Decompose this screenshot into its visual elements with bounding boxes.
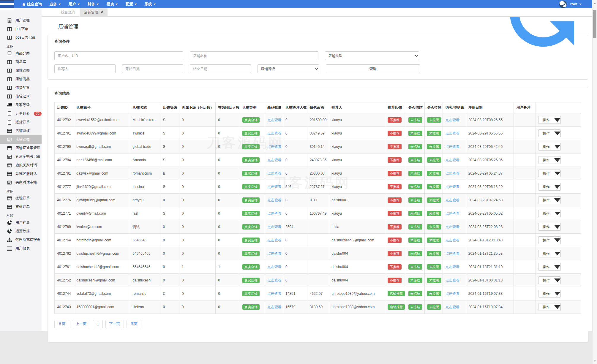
sidebar-item[interactable]: 订单列表70 [0,109,42,118]
visitors-view-link[interactable]: 点击查看 [445,305,459,309]
nav-item-7[interactable]: 系统 [141,0,160,8]
action-button[interactable]: 操作 [538,156,554,164]
sidebar-item[interactable]: 店铺审核 [0,126,42,135]
action-button[interactable]: 操作 [538,183,554,191]
action-dropdown-toggle[interactable] [554,303,561,311]
scroll-down-arrow[interactable]: ▼ [593,359,597,363]
scroll-up-arrow[interactable]: ▲ [593,1,597,5]
sidebar-item[interactable]: 系统客服对话 [0,170,42,178]
visitors-view-link[interactable]: 点击查看 [445,211,459,216]
end-date-input[interactable] [190,64,251,73]
goods-view-link[interactable]: 点击查看 [267,265,282,269]
close-icon[interactable]: ✕ [100,11,103,14]
nav-item-1[interactable]: 综合查询 [18,0,46,8]
action-dropdown-toggle[interactable] [554,210,561,217]
sidebar-toggle-button[interactable] [0,0,14,8]
goods-view-link[interactable]: 点击查看 [267,211,282,216]
sidebar-item[interactable]: 卖家等级 [0,101,42,109]
goods-view-link[interactable]: 点击查看 [267,292,282,296]
goods-view-link[interactable]: 点击查看 [267,305,282,309]
action-button[interactable]: 操作 [538,236,554,244]
sidebar-item[interactable]: 虚拟买家对话 [0,161,42,170]
action-button[interactable]: 操作 [538,143,554,151]
goods-view-link[interactable]: 点击查看 [267,225,282,229]
tab-active[interactable]: 店铺管理✕ [80,8,108,16]
visitors-view-link[interactable]: 点击查看 [445,185,459,189]
action-button[interactable]: 操作 [538,210,554,217]
action-dropdown-toggle[interactable] [554,116,561,124]
visitors-view-link[interactable]: 点击查看 [445,198,459,202]
scrollbar-thumb[interactable] [593,10,596,38]
sidebar-item[interactable]: 提现订单 [0,194,42,202]
action-button[interactable]: 操作 [538,303,554,311]
goods-view-link[interactable]: 点击查看 [267,118,282,122]
messages-button[interactable] [559,1,567,8]
action-dropdown-toggle[interactable] [554,170,561,177]
sidebar-item[interactable]: 用户管理 [0,16,42,25]
sidebar-item[interactable]: 借贷记录 [0,92,42,101]
page-button[interactable]: 首页 [54,320,69,328]
action-button[interactable]: 操作 [538,290,554,297]
visitors-view-link[interactable]: 点击查看 [445,238,459,242]
visitors-view-link[interactable]: 点击查看 [445,225,459,229]
visitors-view-link[interactable]: 点击查看 [445,251,459,256]
shop-type-select[interactable]: 店铺类型 [325,51,419,60]
page-button[interactable]: 尾页 [127,320,141,328]
action-dropdown-toggle[interactable] [554,263,561,271]
visitors-view-link[interactable]: 点击查看 [445,278,459,282]
sidebar-item[interactable]: 退货订单 [0,118,42,126]
sidebar-item[interactable]: pos下单 [0,25,42,33]
action-dropdown-toggle[interactable] [554,276,561,284]
page-button[interactable]: 上一页 [72,320,90,328]
visitors-view-link[interactable]: 点击查看 [445,145,459,149]
action-dropdown-toggle[interactable] [554,236,561,244]
nav-item-2[interactable]: 业务 [46,0,65,8]
start-date-input[interactable] [122,64,183,73]
action-dropdown-toggle[interactable] [554,290,561,297]
sidebar-item[interactable]: 代理商充提报表 [0,235,42,244]
goods-view-link[interactable]: 点击查看 [267,131,282,135]
sidebar-item[interactable]: 店铺商品 [0,75,42,83]
page-number-current[interactable]: 1 [93,320,103,328]
page-button[interactable]: 下一页 [105,320,124,328]
action-button[interactable]: 操作 [538,170,554,177]
nav-item-3[interactable]: 用户 [65,0,84,8]
action-dropdown-toggle[interactable] [554,143,561,151]
visitors-view-link[interactable]: 点击查看 [445,118,459,122]
action-button[interactable]: 操作 [538,129,554,137]
visitors-view-link[interactable]: 点击查看 [445,131,459,135]
goods-view-link[interactable]: 点击查看 [267,278,282,282]
username-uid-input[interactable] [54,51,183,60]
query-button[interactable]: 查询 [326,64,420,73]
sidebar-item[interactable]: 店铺管理 [0,135,42,144]
nav-item-4[interactable]: 财务 [84,0,103,8]
nav-item-6[interactable]: 配置 [122,0,141,8]
referrer-input[interactable] [54,64,116,73]
action-dropdown-toggle[interactable] [554,129,561,137]
goods-view-link[interactable]: 点击查看 [267,185,282,189]
visitors-view-link[interactable]: 点击查看 [445,265,459,269]
action-dropdown-toggle[interactable] [554,250,561,257]
refresh-icon[interactable] [498,0,587,57]
action-dropdown-toggle[interactable] [554,183,561,191]
sidebar-item[interactable]: pos日志记录 [0,33,42,42]
sidebar-item[interactable]: 商品库 [0,58,42,66]
sidebar-item[interactable]: 用户存量 [0,218,42,227]
goods-view-link[interactable]: 点击查看 [267,171,282,175]
sidebar-item[interactable]: 买家对话审核 [0,178,42,187]
action-button[interactable]: 操作 [538,250,554,257]
action-button[interactable]: 操作 [538,276,554,284]
action-button[interactable]: 操作 [538,196,554,204]
nav-item-5[interactable]: 报表 [103,0,122,8]
goods-view-link[interactable]: 点击查看 [267,158,282,162]
visitors-view-link[interactable]: 点击查看 [445,292,459,296]
sidebar-item[interactable]: 商品分类 [0,49,42,58]
action-button[interactable]: 操作 [538,263,554,271]
user-menu[interactable]: root [570,2,582,6]
sidebar-item[interactable]: 运营数据 [0,227,42,235]
shop-name-input[interactable] [190,51,318,60]
sidebar-item[interactable]: 直通车购买记录 [0,152,42,161]
action-dropdown-toggle[interactable] [554,156,561,164]
action-button[interactable]: 操作 [538,223,554,231]
tab-inactive[interactable]: 综合查询 [56,8,80,16]
